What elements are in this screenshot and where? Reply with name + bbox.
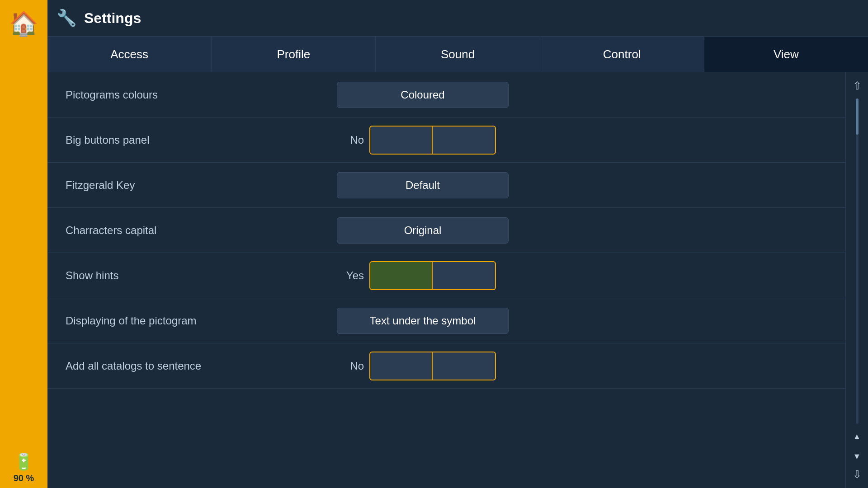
- setting-row-displaying: Displaying of the pictogram Text under t…: [47, 298, 845, 343]
- main-content: 🔧 Settings Access Profile Sound Control …: [47, 0, 868, 488]
- setting-label-displaying: Displaying of the pictogram: [66, 314, 337, 327]
- add-catalogs-value: No: [337, 360, 364, 372]
- tab-access[interactable]: Access: [47, 37, 212, 72]
- setting-row-show-hints: Show hints Yes: [47, 253, 845, 298]
- show-hints-toggle: [369, 261, 496, 290]
- tab-control[interactable]: Control: [540, 37, 704, 72]
- setting-control-displaying: Text under the symbol: [337, 308, 509, 334]
- setting-label-show-hints: Show hints: [66, 269, 337, 282]
- settings-icon: 🔧: [57, 9, 77, 28]
- add-catalogs-toggle: [369, 352, 496, 380]
- battery-icon: 🔋: [14, 452, 34, 471]
- home-icon: 🏠: [9, 10, 38, 38]
- scroll-down-arrow[interactable]: ⇩: [848, 465, 866, 483]
- big-buttons-value: No: [337, 134, 364, 146]
- scroll-track: [856, 99, 859, 424]
- header: 🔧 Settings: [47, 0, 868, 36]
- tab-bar: Access Profile Sound Control View: [47, 36, 868, 72]
- show-hints-toggle-left[interactable]: [369, 261, 433, 290]
- setting-label-pictograms-colours: Pictograms colours: [66, 89, 337, 101]
- battery-label: 90 %: [14, 473, 34, 483]
- displaying-pictogram-button[interactable]: Text under the symbol: [337, 308, 509, 334]
- tab-profile[interactable]: Profile: [212, 37, 376, 72]
- add-catalogs-toggle-left[interactable]: [369, 352, 433, 380]
- home-button[interactable]: 🏠: [5, 5, 43, 43]
- big-buttons-toggle-right[interactable]: [433, 126, 496, 155]
- setting-label-big-buttons: Big buttons panel: [66, 134, 337, 146]
- setting-control-characters: Original: [337, 217, 509, 244]
- tab-view[interactable]: View: [704, 37, 868, 72]
- setting-row-pictograms-colours: Pictograms colours Coloured: [47, 72, 845, 117]
- setting-row-fitzgerald: Fitzgerald Key Default: [47, 163, 845, 208]
- add-catalogs-toggle-right[interactable]: [433, 352, 496, 380]
- scroll-line-up[interactable]: ▲: [848, 427, 866, 446]
- tab-sound[interactable]: Sound: [376, 37, 540, 72]
- setting-row-big-buttons: Big buttons panel No: [47, 117, 845, 163]
- setting-row-characters: Charracters capital Original: [47, 208, 845, 253]
- setting-control-show-hints: Yes: [337, 261, 496, 290]
- scroll-up-arrow[interactable]: ⇧: [848, 77, 866, 95]
- setting-control-big-buttons: No: [337, 126, 496, 155]
- page-title: Settings: [84, 10, 141, 27]
- setting-row-add-catalogs: Add all catalogs to sentence No: [47, 343, 845, 389]
- scroll-thumb[interactable]: [856, 99, 859, 135]
- setting-control-add-catalogs: No: [337, 352, 496, 380]
- settings-panel: Pictograms colours Coloured Big buttons …: [47, 72, 845, 488]
- big-buttons-toggle-left[interactable]: [369, 126, 433, 155]
- scroll-line-down[interactable]: ▼: [848, 447, 866, 465]
- show-hints-toggle-right[interactable]: [433, 261, 496, 290]
- pictograms-colours-button[interactable]: Coloured: [337, 82, 509, 108]
- sidebar: 🏠 🔋 90 %: [0, 0, 47, 488]
- setting-control-fitzgerald: Default: [337, 172, 509, 198]
- setting-label-add-catalogs: Add all catalogs to sentence: [66, 360, 337, 372]
- setting-control-pictograms-colours: Coloured: [337, 82, 509, 108]
- setting-label-characters: Charracters capital: [66, 224, 337, 237]
- show-hints-value: Yes: [337, 269, 364, 282]
- setting-label-fitzgerald: Fitzgerald Key: [66, 179, 337, 192]
- characters-capital-button[interactable]: Original: [337, 217, 509, 244]
- fitzgerald-key-button[interactable]: Default: [337, 172, 509, 198]
- battery-section: 🔋 90 %: [14, 452, 34, 483]
- scrollbar: ⇧ ▲ ▼ ⇩: [845, 72, 868, 488]
- content-area: Pictograms colours Coloured Big buttons …: [47, 72, 868, 488]
- big-buttons-toggle: [369, 126, 496, 155]
